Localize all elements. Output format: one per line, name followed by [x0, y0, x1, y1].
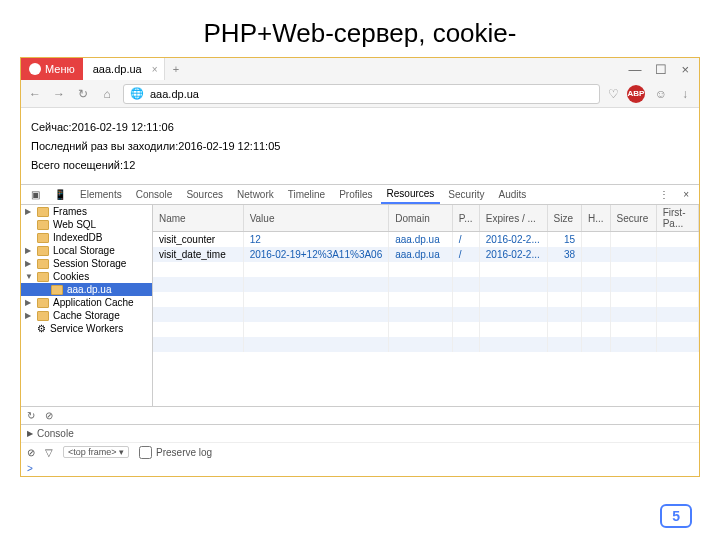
devtools-tab-sources[interactable]: Sources	[180, 185, 229, 204]
cell-secure	[610, 247, 656, 262]
cookies-table: NameValueDomainP...Expires / ...SizeH...…	[153, 205, 699, 352]
sidebar-item-aaa.dp.ua[interactable]: aaa.dp.ua	[21, 283, 152, 296]
reload-icon[interactable]: ↻	[75, 87, 91, 101]
sidebar-item-local-storage[interactable]: Local Storage	[21, 244, 152, 257]
back-icon[interactable]: ←	[27, 87, 43, 101]
device-icon[interactable]: 📱	[48, 185, 72, 204]
new-tab-button[interactable]: +	[165, 63, 187, 75]
cell-size: 15	[547, 232, 581, 247]
col-size[interactable]: Size	[547, 205, 581, 232]
tab-bar: Меню aaa.dp.ua × + — ☐ ×	[21, 58, 699, 80]
sidebar-item-frames[interactable]: Frames	[21, 205, 152, 218]
sidebar-item-cookies[interactable]: Cookies	[21, 270, 152, 283]
folder-icon	[37, 220, 49, 230]
devtools-tab-elements[interactable]: Elements	[74, 185, 128, 204]
preserve-log-checkbox[interactable]: Preserve log	[139, 446, 212, 459]
sidebar-label: Local Storage	[53, 245, 115, 256]
console-header-label: Console	[37, 428, 74, 439]
sidebar-label: Application Cache	[53, 297, 134, 308]
cell-value: 2016-02-19+12%3A11%3A06	[243, 247, 389, 262]
forward-icon[interactable]: →	[51, 87, 67, 101]
folder-icon	[37, 259, 49, 269]
col-p-[interactable]: P...	[452, 205, 479, 232]
console-prompt[interactable]: >	[21, 461, 699, 476]
table-row	[153, 292, 699, 307]
opera-menu-button[interactable]: Меню	[21, 58, 83, 80]
cell-expires: 2016-02-2...	[479, 232, 547, 247]
col-domain[interactable]: Domain	[389, 205, 453, 232]
frame-selector[interactable]: <top frame> ▾	[63, 446, 129, 458]
url-box[interactable]: 🌐	[123, 84, 600, 104]
tree-arrow-icon	[25, 246, 33, 255]
refresh-icon[interactable]: ↻	[27, 410, 35, 421]
sidebar-item-web-sql[interactable]: Web SQL	[21, 218, 152, 231]
devtools-tab-console[interactable]: Console	[130, 185, 179, 204]
devtools-tab-network[interactable]: Network	[231, 185, 280, 204]
bookmark-icon[interactable]: ♡	[608, 87, 619, 101]
sidebar-label: Cookies	[53, 271, 89, 282]
download-icon[interactable]: ↓	[677, 87, 693, 101]
col-h-[interactable]: H...	[582, 205, 611, 232]
resources-sidebar: FramesWeb SQLIndexedDBLocal StorageSessi…	[21, 205, 153, 406]
maximize-icon[interactable]: ☐	[655, 62, 667, 77]
devtools-tab-audits[interactable]: Audits	[492, 185, 532, 204]
slide-number: 5	[660, 504, 692, 528]
cell-domain: aaa.dp.ua	[389, 232, 453, 247]
devtools-tab-security[interactable]: Security	[442, 185, 490, 204]
close-window-icon[interactable]: ×	[681, 62, 689, 77]
home-icon[interactable]: ⌂	[99, 87, 115, 101]
cell-http	[582, 247, 611, 262]
clear-console-icon[interactable]: ⊘	[27, 447, 35, 458]
menu-label: Меню	[45, 63, 75, 75]
close-icon[interactable]: ×	[152, 64, 158, 75]
folder-icon	[37, 272, 49, 282]
col-name[interactable]: Name	[153, 205, 243, 232]
folder-icon	[37, 233, 49, 243]
user-icon[interactable]: ☺	[653, 87, 669, 101]
sidebar-item-cache-storage[interactable]: Cache Storage	[21, 309, 152, 322]
folder-icon	[37, 207, 49, 217]
folder-icon	[37, 311, 49, 321]
delete-icon[interactable]: ⊘	[45, 410, 53, 421]
table-toolbar: ↻ ⊘	[21, 406, 699, 424]
cell-name: visit_counter	[153, 232, 243, 247]
console-drawer: ▶ Console ⊘ ▽ <top frame> ▾ Preserve log…	[21, 424, 699, 476]
abp-icon[interactable]: ABP	[627, 85, 645, 103]
window-controls: — ☐ ×	[618, 62, 699, 77]
sidebar-item-service-workers[interactable]: ⚙Service Workers	[21, 322, 152, 335]
filter-icon[interactable]: ▽	[45, 447, 53, 458]
devtools-menu-icon[interactable]: ⋮	[653, 185, 675, 204]
globe-icon: 🌐	[130, 87, 144, 100]
col-expires-[interactable]: Expires / ...	[479, 205, 547, 232]
total-visits-line: Всего посещений:12	[31, 159, 689, 171]
col-secure[interactable]: Secure	[610, 205, 656, 232]
col-first-pa-[interactable]: First-Pa...	[656, 205, 698, 232]
devtools-tab-resources[interactable]: Resources	[381, 185, 441, 204]
tree-arrow-icon	[25, 311, 33, 320]
inspect-icon[interactable]: ▣	[25, 185, 46, 204]
devtools-close-icon[interactable]: ×	[677, 185, 695, 204]
devtools-tab-timeline[interactable]: Timeline	[282, 185, 331, 204]
devtools: ▣ 📱 ElementsConsoleSourcesNetworkTimelin…	[21, 184, 699, 476]
minimize-icon[interactable]: —	[628, 62, 641, 77]
table-row	[153, 337, 699, 352]
sidebar-item-indexeddb[interactable]: IndexedDB	[21, 231, 152, 244]
sidebar-label: Cache Storage	[53, 310, 120, 321]
url-input[interactable]	[150, 88, 593, 100]
cell-size: 38	[547, 247, 581, 262]
tree-arrow-icon	[25, 207, 33, 216]
tree-arrow-icon	[25, 298, 33, 307]
slide-title: PHP+Web-сервер, cookie-	[0, 0, 720, 57]
sidebar-item-application-cache[interactable]: Application Cache	[21, 296, 152, 309]
preserve-log-input[interactable]	[139, 446, 152, 459]
table-row[interactable]: visit_counter12aaa.dp.ua/2016-02-2...15	[153, 232, 699, 247]
devtools-tab-profiles[interactable]: Profiles	[333, 185, 378, 204]
table-row[interactable]: visit_date_time2016-02-19+12%3A11%3A06aa…	[153, 247, 699, 262]
cell-path: /	[452, 247, 479, 262]
sidebar-item-session-storage[interactable]: Session Storage	[21, 257, 152, 270]
cookies-table-wrapper: NameValueDomainP...Expires / ...SizeH...…	[153, 205, 699, 406]
console-chevron-icon[interactable]: ▶	[27, 429, 33, 438]
col-value[interactable]: Value	[243, 205, 389, 232]
table-row	[153, 322, 699, 337]
browser-tab[interactable]: aaa.dp.ua ×	[83, 58, 165, 80]
